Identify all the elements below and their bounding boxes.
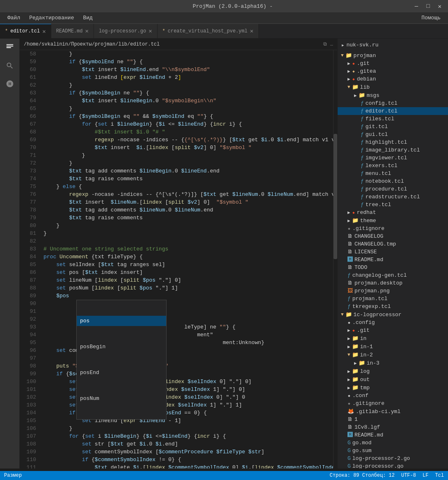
title-bar: ProjMan (2.0.0-alpha16) - — □ ✕: [0, 0, 448, 12]
tree-root-header[interactable]: nuk-svk.ru: [338, 39, 448, 51]
tree-file-files-tcl[interactable]: ƒ files.tcl: [338, 115, 448, 123]
code-editor[interactable]: 58 59 60 61 62 63 64 65 66 67 68 69 70 7…: [20, 50, 337, 469]
code-line: set posNum [lindex [split $pos "."] 1]: [43, 284, 329, 292]
tree-folder-git[interactable]: ▶ ⬥ .git: [338, 60, 448, 67]
tree-file-procedure-tcl[interactable]: ƒ procedure.tcl: [338, 185, 448, 193]
tree-file-gitignore[interactable]: ⬥ .gitignore: [338, 225, 448, 232]
tree-folder-in[interactable]: ▶ 📁 in: [338, 334, 448, 342]
tab-close-button[interactable]: ✕: [85, 28, 88, 34]
tree-folder-out[interactable]: ▶ 📁 out: [338, 375, 448, 384]
tree-file-menu-tcl[interactable]: ƒ menu.tcl: [338, 170, 448, 177]
tree-file-1[interactable]: 🗎 1: [338, 416, 448, 423]
tree-folder-git2[interactable]: ▶ ⬥ .git: [338, 326, 448, 334]
tree-item-label: CHANGELOG: [354, 233, 383, 239]
autocomplete-item-posbegin[interactable]: posBegin: [77, 342, 166, 352]
tree-file-todo[interactable]: 🗎 TODO: [338, 264, 448, 271]
tree-folder-redhat[interactable]: ▶ ⬥ redhat: [338, 209, 448, 216]
tree-file-image-library-tcl[interactable]: ƒ image_library.tcl: [338, 146, 448, 154]
tree-item-label: gui.tcl: [366, 131, 388, 138]
tree-folder-theme[interactable]: ▶ 📁 theme: [338, 216, 448, 225]
title-controls[interactable]: — □ ✕: [412, 2, 444, 11]
tree-file-readstructure-tcl[interactable]: ƒ readstructure.tcl: [338, 193, 448, 201]
tab-bar: * editor.tcl ✕ README.md ✕ log-processor…: [0, 24, 448, 39]
tree-folder-gitea[interactable]: ▶ ⬥ .gitea: [338, 67, 448, 75]
tree-folder-in-2[interactable]: ▼ 📁 in-2: [338, 351, 448, 359]
tree-file-go-sum[interactable]: G go.sum: [338, 447, 448, 455]
more-options-button[interactable]: …: [330, 41, 333, 47]
menu-edit[interactable]: Редактирование: [25, 13, 78, 23]
tree-file-1cv8[interactable]: 🗎 1Cv8.lgf: [338, 423, 448, 431]
tree-folder-projman[interactable]: ▼ 📁 projman: [338, 51, 448, 60]
code-content[interactable]: } if {$symbolEnd ne ""} { $txt insert $l…: [39, 50, 333, 469]
maximize-button[interactable]: □: [424, 2, 432, 11]
tree-file-readme-md[interactable]: 🅼 README.md: [338, 256, 448, 264]
tree-file-changelog[interactable]: 🗎 CHANGELOG: [338, 232, 448, 240]
tree-item-label: notebook.tcl: [366, 178, 404, 184]
code-line: $txt insert $lineNum.[lindex [split $v2]…: [43, 198, 329, 206]
tab-close-button[interactable]: ✕: [149, 28, 152, 34]
tree-folder-debian[interactable]: ▶ ⬥ debian: [338, 75, 448, 83]
tree-folder-1c-logprocessor[interactable]: ▼ 📁 1c-logprocessor: [338, 310, 448, 319]
tree-item-label: .gitlab-ci.yml: [356, 409, 400, 415]
tree-file-highlight-tcl[interactable]: ƒ highlight.tcl: [338, 138, 448, 146]
tree-root-chevron: [342, 42, 344, 48]
tree-file-gui-tcl[interactable]: ƒ gui.tcl: [338, 131, 448, 138]
tree-file-config[interactable]: ⬥ .config: [338, 319, 448, 326]
tab-close-button[interactable]: ✕: [250, 28, 253, 34]
tree-file-projman-desktop[interactable]: 🗎 projman.desktop: [338, 279, 448, 287]
tree-file-changelog-tmp[interactable]: 🗎 CHANGELOG.tmp: [338, 240, 448, 248]
tab-log-processor[interactable]: log-processor.go ✕: [94, 24, 158, 38]
scrollbar-thumb[interactable]: [334, 134, 337, 260]
search-icon[interactable]: [4, 60, 16, 71]
autocomplete-dropdown[interactable]: pos posBegin posEnd posNum: [76, 300, 167, 420]
tree-file-log-processor[interactable]: G log-processor.go: [338, 462, 448, 469]
tree-file-notebook-tcl[interactable]: ƒ notebook.tcl: [338, 177, 448, 185]
tree-file-license[interactable]: 🗎 LICENSE: [338, 248, 448, 256]
tree-folder-lib[interactable]: ▼ 📁 lib: [338, 83, 448, 91]
tree-file-projman-png[interactable]: 🖼 projman.png: [338, 287, 448, 295]
tree-folder-tmp[interactable]: ▶ 📁 tmp: [338, 384, 448, 392]
tree-folder-msgs[interactable]: ▶ 📁 msgs: [338, 91, 448, 99]
line-numbers: 58 59 60 61 62 63 64 65 66 67 68 69 70 7…: [20, 50, 39, 469]
tree-file-go-mod[interactable]: G go.mod: [338, 439, 448, 447]
tree-file-gitignore2[interactable]: ⬥ .gitignore: [338, 400, 448, 407]
code-line: }: [43, 222, 329, 230]
tree-file-projman-tcl[interactable]: ƒ projman.tcl: [338, 295, 448, 303]
tree-file-conf[interactable]: ⬥ .conf: [338, 392, 448, 400]
tree-file-editor-tcl[interactable]: ƒ editor.tcl: [338, 107, 448, 115]
autocomplete-item-posnum[interactable]: posNum: [77, 393, 166, 404]
tree-file-tree-tcl[interactable]: ƒ tree.tcl: [338, 201, 448, 209]
minimize-button[interactable]: —: [412, 2, 421, 11]
tab-create-virtual[interactable]: * create_virtual_host_pve.yml ✕: [158, 24, 259, 38]
tree-file-lexers-tcl[interactable]: ƒ lexers.tcl: [338, 162, 448, 170]
tree-file-readme2[interactable]: 🅼 README.md: [338, 431, 448, 439]
code-line: [43, 237, 329, 245]
tree-file-gitlab-ci[interactable]: 🦊 .gitlab-ci.yml: [338, 407, 448, 416]
tree-folder-in-1[interactable]: ▶ 📁 in-1: [338, 342, 448, 351]
tree-item-label: .git: [357, 327, 370, 333]
explorer-icon[interactable]: [4, 42, 16, 53]
tree-file-changelog-gen-tcl[interactable]: ƒ changelog-gen.tcl: [338, 271, 448, 279]
tree-folder-log[interactable]: ▶ 📁 log: [338, 367, 448, 375]
menu-view[interactable]: Вид: [79, 13, 96, 23]
menu-file[interactable]: Файл: [3, 13, 24, 23]
tree-file-tkregexp-tcl[interactable]: ƒ tkregexp.tcl: [338, 303, 448, 310]
tab-readme[interactable]: README.md ✕: [51, 24, 94, 38]
tree-item-label: projman.desktop: [354, 280, 402, 286]
tree-folder-in-3[interactable]: ▶ 📁 in-3: [338, 359, 448, 367]
vertical-scrollbar[interactable]: [333, 50, 337, 469]
tree-item-label: log-processor.go: [352, 463, 404, 469]
menu-help[interactable]: Помощь: [417, 13, 445, 23]
close-button[interactable]: ✕: [436, 2, 444, 11]
tab-editor-tcl[interactable]: * editor.tcl ✕: [0, 24, 51, 38]
autocomplete-item-posend[interactable]: posEnd: [77, 367, 166, 378]
autocomplete-item-pos[interactable]: pos: [77, 316, 166, 326]
tree-file-imgviewer-tcl[interactable]: ƒ imgviewer.tcl: [338, 154, 448, 162]
tree-file-log-processor2[interactable]: G log-processor-2.go: [338, 455, 448, 462]
tree-file-config-tcl[interactable]: ƒ config.tcl: [338, 99, 448, 107]
tree-file-git-tcl[interactable]: ƒ git.tcl: [338, 123, 448, 131]
git-icon[interactable]: [4, 78, 16, 90]
code-line: for {set i $lineBegin} {$i <=$lineEnd} {…: [43, 432, 329, 440]
tab-close-button[interactable]: ✕: [42, 28, 46, 35]
split-editor-button[interactable]: ⧉: [323, 41, 327, 47]
